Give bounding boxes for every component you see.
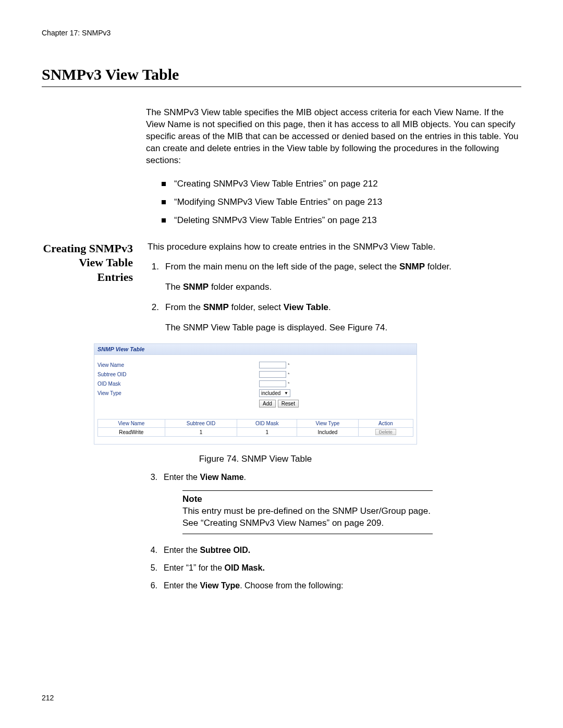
step-5: 5. Enter “1” for the OID Mask. [146, 563, 521, 573]
step-body: Enter the View Type. Choose from the fol… [164, 581, 521, 590]
step-2-result: The SNMP View Table page is displayed. S… [165, 322, 521, 334]
bullet-text: “Deleting SNMPv3 View Table Entries” on … [174, 215, 377, 227]
table-row: ReadWrite 1 1 Included Delete [98, 428, 413, 437]
col-view-name: View Name [98, 419, 165, 428]
col-subtree-oid: Subtree OID [165, 419, 237, 428]
step-body: From the main menu on the left side of t… [165, 261, 521, 273]
step-body: Enter the View Name. [164, 473, 521, 482]
field-label-view-name: View Name [97, 362, 259, 368]
bullet-icon [162, 182, 166, 186]
step-text: Enter the [164, 546, 200, 554]
step-strong: Subtree OID. [200, 546, 250, 554]
chapter-line: Chapter 17: SNMPv3 [42, 29, 521, 37]
field-label-view-type: View Type [97, 390, 259, 396]
view-table: View Name Subtree OID OID Mask View Type… [97, 419, 413, 437]
cell-oid-mask: 1 [237, 428, 297, 437]
step-number: 5. [146, 563, 157, 573]
step-6: 6. Enter the View Type. Choose from the … [146, 581, 521, 590]
step-number: 2. [148, 302, 159, 314]
table-header-row: View Name Subtree OID OID Mask View Type… [98, 419, 413, 428]
note-title: Note [182, 494, 433, 504]
step-text: folder. [425, 262, 451, 272]
reset-button[interactable]: Reset [278, 400, 299, 408]
step-strong: SNMP [183, 282, 209, 292]
intro-paragraph: The SNMPv3 View table specifies the MIB … [146, 107, 521, 167]
step-text: The [165, 282, 183, 292]
step-number: 1. [148, 261, 159, 273]
step-2: 2. From the SNMP folder, select View Tab… [148, 302, 521, 314]
field-label-subtree-oid: Subtree OID [97, 372, 259, 377]
step-text: . [328, 302, 331, 312]
cell-subtree-oid: 1 [165, 428, 237, 437]
step-body: Enter the Subtree OID. [164, 546, 521, 555]
section-heading: Creating SNMPv3 View Table Entries [42, 241, 133, 335]
step-3: 3. Enter the View Name. [146, 473, 521, 482]
bullet-item: “Creating SNMPv3 View Table Entries” on … [162, 178, 521, 190]
note-box: Note This entry must be pre-defined on t… [182, 490, 433, 534]
page-title: SNMPv3 View Table [42, 66, 521, 87]
step-1-result: The SNMP folder expands. [165, 281, 521, 293]
delete-button[interactable]: Delete [375, 429, 396, 435]
required-asterisk-icon: * [288, 372, 290, 377]
chevron-down-icon: ▼ [284, 391, 288, 396]
figure-caption: Figure 74. SNMP View Table [94, 454, 417, 464]
bullet-text: “Modifying SNMPv3 View Table Entries” on… [174, 196, 382, 208]
step-text: Enter “1” for the [164, 563, 225, 572]
step-text: folder expands. [209, 282, 272, 292]
step-1: 1. From the main menu on the left side o… [148, 261, 521, 273]
step-text: From the [165, 302, 203, 312]
step-strong: View Type [200, 581, 240, 590]
step-text: . [244, 473, 246, 482]
select-value: included [261, 390, 280, 396]
col-view-type: View Type [297, 419, 359, 428]
figure-74: SNMP View Table View Name * Subtree OID … [94, 343, 417, 464]
note-body: This entry must be pre-defined on the SN… [182, 505, 433, 529]
col-oid-mask: OID Mask [237, 419, 297, 428]
step-4: 4. Enter the Subtree OID. [146, 546, 521, 555]
bullet-icon [162, 218, 166, 223]
step-text: Enter the [164, 473, 200, 482]
bullet-item: “Modifying SNMPv3 View Table Entries” on… [162, 196, 521, 208]
bullet-list: “Creating SNMPv3 View Table Entries” on … [162, 178, 521, 227]
step-strong: View Table [284, 302, 328, 312]
oid-mask-input[interactable] [259, 380, 286, 387]
step-text: folder, select [229, 302, 284, 312]
step-body: From the SNMP folder, select View Table. [165, 302, 521, 314]
col-action: Action [358, 419, 413, 428]
step-text: . Choose from the following: [240, 581, 343, 590]
cell-view-name: ReadWrite [98, 428, 165, 437]
view-type-select[interactable]: included ▼ [259, 389, 290, 397]
add-button[interactable]: Add [259, 400, 276, 408]
subtree-oid-input[interactable] [259, 371, 286, 378]
step-body: Enter “1” for the OID Mask. [164, 563, 521, 573]
step-strong: View Name [200, 473, 243, 482]
view-name-input[interactable] [259, 362, 286, 368]
cell-view-type: Included [297, 428, 359, 437]
section-intro: This procedure explains how to create en… [148, 241, 521, 253]
page-number: 212 [42, 694, 54, 702]
bullet-icon [162, 200, 166, 204]
step-number: 3. [146, 473, 157, 482]
step-number: 4. [146, 546, 157, 555]
bullet-text: “Creating SNMPv3 View Table Entries” on … [174, 178, 378, 190]
step-text: Enter the [164, 581, 200, 590]
step-number: 6. [146, 581, 157, 590]
step-strong: SNMP [399, 262, 425, 272]
required-asterisk-icon: * [288, 381, 290, 386]
required-asterisk-icon: * [288, 362, 290, 367]
step-strong: OID Mask. [225, 563, 265, 572]
field-label-oid-mask: OID Mask [97, 381, 259, 387]
step-text: From the main menu on the left side of t… [165, 262, 399, 272]
step-strong: SNMP [203, 302, 229, 312]
bullet-item: “Deleting SNMPv3 View Table Entries” on … [162, 215, 521, 227]
figure-header: SNMP View Table [94, 343, 417, 355]
